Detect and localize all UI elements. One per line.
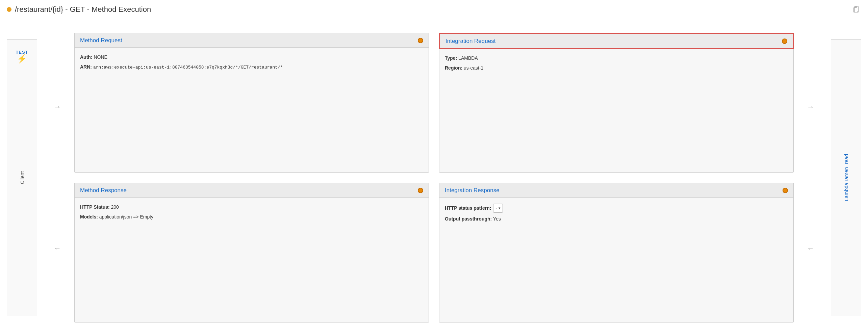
integration-region-field: Region: us-east-1 <box>445 65 788 72</box>
models-label: Models: <box>80 214 99 220</box>
bottom-left-arrow <box>54 242 61 255</box>
http-status-pattern-dropdown[interactable]: - ▾ <box>493 204 503 213</box>
integration-response-dot <box>783 188 788 193</box>
top-right-arrow <box>54 100 61 114</box>
page-container: /restaurant/{id} - GET - Method Executio… <box>0 0 868 335</box>
title-dot <box>7 7 11 12</box>
integration-request-card[interactable]: Integration Request Type: LAMBDA Region:… <box>439 33 794 173</box>
integration-request-dot <box>782 38 787 44</box>
http-status-pattern-field: HTTP status pattern: - ▾ <box>445 204 788 213</box>
method-request-dot <box>418 38 423 43</box>
auth-value: NONE <box>94 54 107 60</box>
method-response-card[interactable]: Method Response HTTP Status: 200 Models:… <box>74 183 429 323</box>
cards-grid: Method Request Auth: NONE ARN: arn:aws:e… <box>71 26 797 329</box>
integration-response-card[interactable]: Integration Response HTTP status pattern… <box>439 183 794 323</box>
chevron-down-icon: ▾ <box>499 205 501 211</box>
type-value: LAMBDA <box>458 55 478 61</box>
integration-type-field: Type: LAMBDA <box>445 55 788 62</box>
method-response-body: HTTP Status: 200 Models: application/jso… <box>75 198 429 322</box>
page-title: /restaurant/{id} - GET - Method Executio… <box>15 5 850 14</box>
integration-response-title: Integration Response <box>445 187 500 194</box>
http-status-field: HTTP Status: 200 <box>80 204 423 211</box>
auth-label: Auth: <box>80 54 94 60</box>
method-request-arn: ARN: arn:aws:execute-api:us-east-1:80746… <box>80 63 423 71</box>
output-passthrough-field: Output passthrough: Yes <box>445 215 788 223</box>
lambda-box: Lambda ramen_read <box>831 39 861 316</box>
client-box: TEST ⚡ Client <box>7 39 37 316</box>
output-passthrough-label: Output passthrough: <box>445 216 493 222</box>
lambda-column: Lambda ramen_read <box>824 26 868 329</box>
title-bar: /restaurant/{id} - GET - Method Executio… <box>0 0 868 19</box>
type-label: Type: <box>445 55 458 61</box>
integration-request-title: Integration Request <box>445 38 495 45</box>
method-request-header: Method Request <box>75 33 429 48</box>
method-response-header: Method Response <box>75 183 429 198</box>
integration-response-header: Integration Response <box>439 183 793 198</box>
method-request-auth: Auth: NONE <box>80 54 423 61</box>
clipboard-icon[interactable] <box>850 4 861 15</box>
client-label: Client <box>19 171 25 184</box>
lightning-icon: ⚡ <box>17 55 27 63</box>
dropdown-value: - <box>495 205 497 212</box>
arn-label: ARN: <box>80 64 93 70</box>
bottom-left-arrow-2 <box>807 242 814 255</box>
models-value: application/json => Empty <box>99 214 153 220</box>
http-pattern-label: HTTP status pattern: <box>445 205 492 211</box>
http-status-label: HTTP Status: <box>80 204 111 210</box>
test-badge: TEST ⚡ <box>16 50 28 63</box>
arn-value: arn:aws:execute-api:us-east-1:8074635440… <box>93 65 283 70</box>
method-request-body: Auth: NONE ARN: arn:aws:execute-api:us-e… <box>75 48 429 172</box>
left-arrow-column <box>44 26 71 329</box>
output-passthrough-value: Yes <box>493 216 501 222</box>
lambda-label: Lambda ramen_read <box>843 154 849 201</box>
client-column: TEST ⚡ Client <box>0 26 44 329</box>
method-request-title: Method Request <box>80 37 122 44</box>
models-field: Models: application/json => Empty <box>80 213 423 221</box>
top-right-arrow-2 <box>807 100 814 114</box>
main-content: TEST ⚡ Client Method Request Auth: <box>0 19 868 335</box>
region-value: us-east-1 <box>464 65 483 71</box>
integration-response-body: HTTP status pattern: - ▾ Output passthro… <box>439 198 793 322</box>
right-arrow-column <box>797 26 824 329</box>
http-status-value: 200 <box>111 204 119 210</box>
method-request-card[interactable]: Method Request Auth: NONE ARN: arn:aws:e… <box>74 33 429 173</box>
region-label: Region: <box>445 65 464 71</box>
method-response-title: Method Response <box>80 187 127 194</box>
integration-request-body: Type: LAMBDA Region: us-east-1 <box>439 49 793 172</box>
method-response-dot <box>418 188 423 193</box>
integration-request-header: Integration Request <box>439 33 794 49</box>
